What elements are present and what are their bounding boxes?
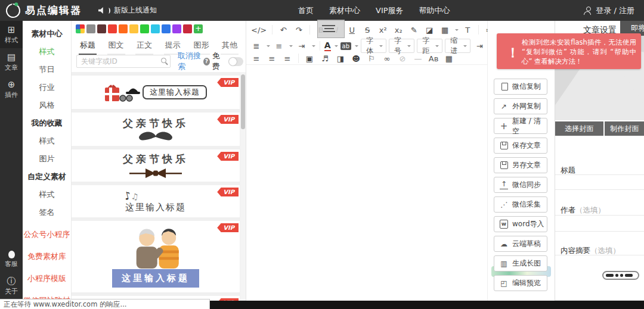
sidebar-link-free-library[interactable]: 免费素材库 bbox=[23, 251, 71, 262]
insert-video-icon[interactable]: ◨ bbox=[334, 52, 347, 64]
swatch-crimson[interactable] bbox=[183, 24, 192, 33]
chevron-down-icon[interactable] bbox=[335, 45, 338, 49]
resize-handle[interactable] bbox=[602, 271, 639, 280]
insert-image-icon[interactable]: ▣ bbox=[303, 52, 316, 64]
chevron-down-icon[interactable] bbox=[355, 45, 358, 49]
map-icon[interactable]: ⚐ bbox=[365, 52, 378, 64]
rail-item-support[interactable]: 客服 bbox=[0, 246, 23, 272]
swatch-orange[interactable] bbox=[119, 24, 128, 33]
swatch-cyan[interactable] bbox=[151, 24, 160, 33]
template-card[interactable]: VIP ♪♫ 这里输入标题 bbox=[72, 185, 240, 217]
sidebar-item-fav-styles[interactable]: 样式 bbox=[23, 136, 71, 146]
paragraph-spacing-icon[interactable]: ≡ bbox=[273, 40, 286, 52]
source-code-icon[interactable]: </> bbox=[250, 24, 268, 36]
horizontal-rule-icon[interactable]: — bbox=[411, 52, 425, 64]
swatch-brown[interactable] bbox=[97, 24, 106, 33]
rail-item-plugins[interactable]: ⊕ 插件 bbox=[0, 76, 23, 103]
add-color-button[interactable]: + bbox=[194, 24, 203, 33]
font-family-select[interactable]: 字体 bbox=[361, 39, 386, 53]
nav-help-center[interactable]: 帮助中心 bbox=[419, 5, 450, 16]
font-color-icon[interactable]: A bbox=[324, 41, 331, 51]
insert-music-icon[interactable]: ♬ bbox=[318, 52, 332, 64]
swatch-yellow[interactable] bbox=[129, 24, 138, 33]
insert-table-icon[interactable]: ▦ bbox=[442, 52, 456, 64]
insert-indent-icon[interactable]: ⇥ bbox=[473, 40, 486, 52]
cancel-search-link[interactable]: 取消搜索 bbox=[178, 51, 203, 72]
align-left-icon[interactable]: ≡ bbox=[250, 52, 263, 64]
redo-icon[interactable]: ↷ bbox=[292, 24, 305, 36]
chevron-down-icon[interactable] bbox=[289, 45, 293, 49]
select-cover-button[interactable]: 选择封面 bbox=[555, 121, 603, 136]
sidebar-item-festival[interactable]: 节日 bbox=[23, 64, 71, 75]
tab-body[interactable]: 正文 bbox=[135, 36, 153, 55]
chevron-down-icon[interactable] bbox=[455, 29, 459, 33]
free-filter-toggle[interactable] bbox=[228, 57, 243, 66]
line-height-icon[interactable]: ≣ bbox=[250, 40, 263, 52]
save-article-button[interactable]: 保存文章 bbox=[494, 138, 547, 154]
align-center-icon[interactable]: ≡ bbox=[265, 52, 278, 64]
template-card[interactable]: VIP 这里输入标题 bbox=[72, 76, 240, 109]
font-size-select[interactable]: 字号 bbox=[389, 39, 414, 53]
help-icon[interactable]: ? bbox=[203, 58, 210, 65]
swatch-gray[interactable] bbox=[86, 24, 95, 33]
underline-icon[interactable]: U bbox=[345, 24, 358, 36]
rail-item-about[interactable]: ⓘ 关于 bbox=[0, 272, 23, 299]
scrollbar-thumb[interactable] bbox=[241, 74, 245, 129]
sidebar-item-signature[interactable]: 签名 bbox=[23, 207, 71, 218]
template-card[interactable]: VIP 父亲节快乐 bbox=[72, 149, 240, 182]
cloud-draft-button[interactable]: ☁ 云端草稿 bbox=[494, 236, 547, 252]
tab-image-text[interactable]: 图文 bbox=[107, 36, 125, 55]
sidebar-item-fav-images[interactable]: 图片 bbox=[23, 154, 71, 164]
sidebar-item-industry[interactable]: 行业 bbox=[23, 82, 71, 93]
new-clear-button[interactable]: + 新建 / 清空 bbox=[494, 118, 547, 134]
subscript-icon[interactable]: x₂ bbox=[392, 24, 405, 36]
swatch-rainbow[interactable] bbox=[76, 24, 85, 33]
clear-format-icon[interactable]: ◪ bbox=[423, 24, 436, 36]
sidebar-item-custom-styles[interactable]: 样式 bbox=[23, 189, 71, 200]
background-color-icon[interactable]: ab bbox=[340, 42, 351, 50]
sidebar-item-style-genre[interactable]: 风格 bbox=[23, 100, 71, 111]
chevron-down-icon[interactable] bbox=[267, 45, 270, 49]
app-logo[interactable]: 易点编辑器 bbox=[6, 4, 82, 18]
unlink-icon[interactable]: ⊘ bbox=[396, 52, 409, 64]
align-right-icon[interactable]: ≡ bbox=[281, 52, 294, 64]
word-import-button[interactable]: w word导入 bbox=[494, 216, 547, 232]
letter-case-icon[interactable]: Aʙ bbox=[427, 52, 440, 64]
wechat-sync-button[interactable]: ↑ 微信同步 bbox=[494, 177, 547, 193]
rail-item-articles[interactable]: ▤ 文章 bbox=[0, 48, 23, 76]
template-card[interactable]: VIP 这里输入标题 bbox=[72, 221, 240, 292]
strikethrough-icon[interactable]: S bbox=[361, 24, 374, 36]
swatch-blue[interactable] bbox=[162, 24, 171, 33]
make-cover-button[interactable]: 制作封面 bbox=[605, 121, 644, 136]
edit-preview-button[interactable]: ◰ 编辑预览 bbox=[494, 275, 547, 291]
flash-plugin-alert[interactable]: ！ 检测到您未安装flash插件，无法使用 “复制到微信” 功能，请到 “帮助中… bbox=[497, 33, 641, 69]
swatch-purple[interactable] bbox=[172, 24, 181, 33]
rail-item-styles[interactable]: ⊞ 样式 bbox=[0, 21, 23, 48]
login-register[interactable]: 登录 / 注册 bbox=[584, 0, 634, 21]
search-icon[interactable] bbox=[161, 58, 166, 63]
material-scrollbar[interactable] bbox=[240, 72, 246, 301]
nav-vip-service[interactable]: VIP服务 bbox=[376, 5, 404, 16]
swatch-red[interactable] bbox=[108, 24, 117, 33]
template-card[interactable]: VIP 父亲节快乐 bbox=[72, 113, 240, 146]
emoji-icon[interactable]: ☻ bbox=[349, 52, 363, 64]
format-brush-icon[interactable]: ✎ bbox=[407, 24, 420, 36]
letter-spacing-select[interactable]: 字距 bbox=[417, 39, 442, 53]
save-as-article-button[interactable]: 另存文章 bbox=[494, 157, 547, 173]
remove-format-icon[interactable]: T bbox=[461, 24, 474, 36]
swatch-green[interactable] bbox=[140, 24, 149, 33]
nav-material-center[interactable]: 素材中心 bbox=[329, 5, 360, 16]
wechat-collect-button[interactable]: ⋰ 微信采集 bbox=[494, 196, 547, 213]
editor-canvas[interactable] bbox=[246, 65, 487, 301]
author-field[interactable] bbox=[555, 215, 644, 232]
indent-icon[interactable]: ⇥ bbox=[295, 40, 308, 52]
wechat-copy-button[interactable]: 微信复制 bbox=[494, 79, 547, 95]
superscript-icon[interactable]: x² bbox=[376, 24, 389, 36]
chevron-down-icon[interactable] bbox=[312, 45, 315, 49]
long-image-button[interactable]: ▥ 生成长图 bbox=[494, 255, 547, 271]
link-icon[interactable]: ∞ bbox=[380, 52, 394, 64]
sidebar-item-styles[interactable]: 样式 bbox=[23, 46, 71, 57]
nav-home[interactable]: 首页 bbox=[298, 5, 314, 16]
indent-select[interactable]: 缩进 bbox=[445, 39, 470, 53]
sidebar-link-mp-template[interactable]: 小程序模版 bbox=[23, 273, 71, 284]
